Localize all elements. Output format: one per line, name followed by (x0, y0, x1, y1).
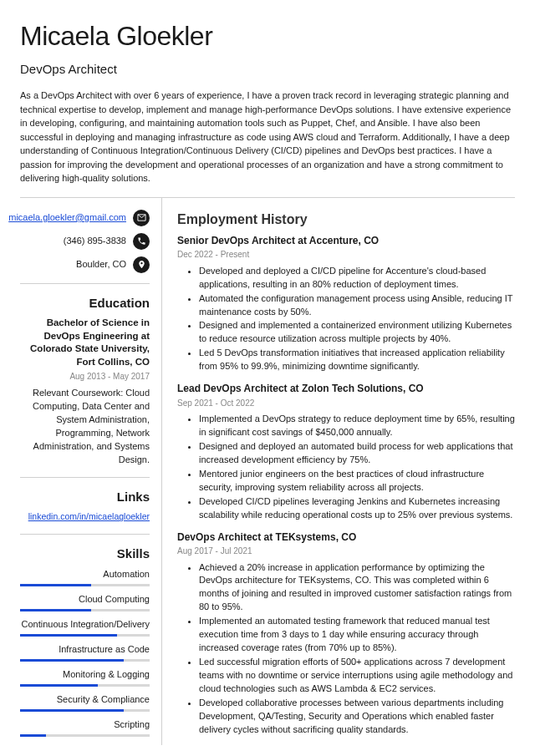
job-bullet: Developed collaborative processes betwee… (199, 697, 515, 737)
skill-fill (20, 609, 91, 611)
skill-item: Cloud Computing (20, 593, 150, 611)
education-desc: Relevant Coursework: Cloud Computing, Da… (20, 387, 150, 467)
skill-bar (20, 659, 150, 662)
skill-bar (20, 709, 150, 712)
skill-fill (20, 584, 91, 586)
email-link[interactable]: micaela.gloekler@gmail.com (8, 211, 126, 225)
job-bullet: Led successful migration efforts of 500+… (199, 656, 515, 696)
employment-heading: Employment History (177, 210, 515, 229)
right-column: Employment History Senior DevOps Archite… (162, 198, 515, 745)
job-bullets: Achieved a 20% increase in application p… (177, 561, 515, 737)
job-title: Senior DevOps Architect at Accenture, CO (177, 234, 515, 248)
education-degree: Bachelor of Science in DevOps Engineerin… (20, 317, 150, 368)
skill-bar (20, 734, 150, 737)
job-bullet: Developed and deployed a CI/CD pipeline … (199, 265, 515, 292)
skill-fill (20, 684, 98, 687)
skills-section: Skills AutomationCloud ComputingContinuo… (20, 534, 150, 736)
skill-item: Security & Compliance (20, 693, 150, 712)
job-bullet: Developed CI/CD pipelines leveraging Jen… (199, 495, 515, 522)
job-bullet: Designed and deployed an automated build… (199, 440, 515, 467)
phone-text: (346) 895-3838 (64, 235, 126, 248)
person-name: Micaela Gloekler (20, 17, 515, 55)
skill-name: Automation (20, 568, 150, 581)
phone-icon (133, 233, 150, 250)
contact-phone-row: (346) 895-3838 (20, 233, 150, 250)
skill-name: Monitoring & Logging (20, 668, 150, 682)
skill-item: Infrastructure as Code (20, 643, 150, 662)
link-item[interactable]: linkedin.com/in/micaelagloekler (28, 511, 150, 521)
left-column: micaela.gloekler@gmail.com (346) 895-383… (20, 198, 162, 745)
person-title: DevOps Architect (20, 60, 515, 79)
contact-email-row: micaela.gloekler@gmail.com (20, 210, 150, 226)
location-icon (133, 256, 150, 273)
education-heading: Education (20, 294, 150, 312)
job-dates: Aug 2017 - Jul 2021 (177, 545, 515, 558)
job-title: DevOps Architect at TEKsystems, CO (177, 530, 515, 545)
job-bullet: Implemented an automated testing framewo… (199, 615, 515, 655)
job-item: Lead DevOps Architect at Zolon Tech Solu… (177, 382, 515, 521)
job-dates: Dec 2022 - Present (177, 249, 515, 261)
skill-fill (20, 659, 124, 662)
skill-bar (20, 684, 150, 687)
job-item: Senior DevOps Architect at Accenture, CO… (177, 234, 515, 373)
job-title: Lead DevOps Architect at Zolon Tech Solu… (177, 382, 515, 396)
summary-text: As a DevOps Architect with over 6 years … (20, 89, 515, 185)
job-bullets: Implemented a DevOps strategy to reduce … (177, 413, 515, 522)
skill-item: Scripting (20, 718, 150, 737)
links-section: Links linkedin.com/in/micaelagloekler (20, 477, 150, 525)
skill-name: Continuous Integration/Delivery (20, 618, 150, 632)
education-dates: Aug 2013 - May 2017 (20, 371, 150, 383)
job-bullet: Designed and implemented a containerized… (199, 319, 515, 346)
job-bullets: Developed and deployed a CI/CD pipeline … (177, 265, 515, 374)
job-bullet: Automated the configuration management p… (199, 292, 515, 319)
skill-bar (20, 584, 150, 586)
job-dates: Sep 2021 - Oct 2022 (177, 398, 515, 410)
skills-heading: Skills (20, 545, 150, 563)
contact-location-row: Boulder, CO (20, 256, 150, 273)
skill-bar (20, 634, 150, 637)
skill-item: Continuous Integration/Delivery (20, 618, 150, 637)
columns: micaela.gloekler@gmail.com (346) 895-383… (20, 197, 515, 745)
resume-page: Micaela Gloekler DevOps Architect As a D… (0, 0, 535, 756)
skill-item: Monitoring & Logging (20, 668, 150, 687)
skill-name: Cloud Computing (20, 593, 150, 606)
skill-fill (20, 634, 117, 637)
skill-fill (20, 709, 124, 712)
skill-name: Scripting (20, 718, 150, 732)
skill-item: Automation (20, 568, 150, 586)
mail-icon (133, 210, 150, 226)
links-heading: Links (20, 488, 150, 506)
job-bullet: Achieved a 20% increase in application p… (199, 561, 515, 615)
education-section: Education Bachelor of Science in DevOps … (20, 283, 150, 467)
skill-name: Infrastructure as Code (20, 643, 150, 657)
job-item: DevOps Architect at TEKsystems, COAug 20… (177, 530, 515, 737)
location-text: Boulder, CO (76, 258, 126, 271)
skill-name: Security & Compliance (20, 693, 150, 707)
skill-fill (20, 734, 46, 737)
job-bullet: Mentored junior engineers on the best pr… (199, 468, 515, 495)
job-bullet: Led 5 DevOps transformation initiatives … (199, 347, 515, 373)
job-bullet: Implemented a DevOps strategy to reduce … (199, 413, 515, 439)
skill-bar (20, 609, 150, 611)
